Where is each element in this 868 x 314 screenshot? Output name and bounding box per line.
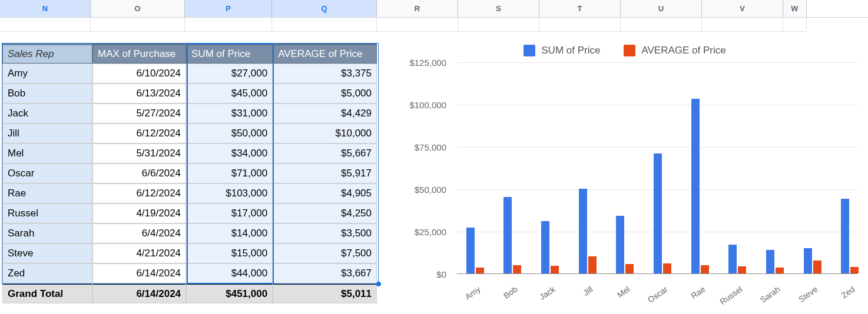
- pivot-value[interactable]: $50,000: [186, 123, 273, 143]
- x-axis-labels: AmyBobJackJillMelOscarRaeRusselSarahStev…: [457, 275, 857, 305]
- y-tick-label: $0: [436, 269, 446, 279]
- pivot-value[interactable]: $3,667: [273, 263, 377, 283]
- y-tick-label: $100,000: [409, 100, 446, 110]
- x-tick-label: Russel: [718, 284, 744, 306]
- bar: [579, 189, 587, 273]
- chart[interactable]: SUM of PriceAVERAGE of Price $0$25,000$5…: [386, 33, 863, 309]
- cell[interactable]: [91, 18, 185, 32]
- y-tick-label: $25,000: [415, 227, 446, 237]
- legend-label: AVERAGE of Price: [641, 45, 725, 56]
- x-tick-label: Jack: [538, 284, 557, 302]
- pivot-value[interactable]: $44,000: [186, 263, 273, 283]
- y-axis: $0$25,000$50,000$75,000$100,000$125,000: [404, 62, 451, 274]
- cell[interactable]: [621, 18, 702, 32]
- pivot-value[interactable]: $34,000: [186, 143, 273, 163]
- column-header-W[interactable]: W: [783, 0, 807, 17]
- pivot-row-label[interactable]: Jill: [2, 123, 92, 143]
- bar: [813, 260, 821, 273]
- pivot-value[interactable]: $7,500: [273, 243, 377, 263]
- pivot-value[interactable]: 6/12/2024: [92, 123, 186, 143]
- pivot-row-label[interactable]: Jack: [2, 103, 92, 123]
- pivot-value[interactable]: $14,000: [186, 223, 273, 243]
- pivot-value[interactable]: $103,000: [186, 183, 273, 203]
- cell[interactable]: [539, 18, 621, 32]
- pivot-value[interactable]: $45,000: [186, 83, 273, 103]
- pivot-total[interactable]: 6/14/2024: [92, 283, 186, 303]
- pivot-value[interactable]: $3,375: [273, 64, 377, 83]
- pivot-header[interactable]: AVERAGE of Price: [273, 44, 377, 64]
- pivot-value[interactable]: $15,000: [186, 243, 273, 263]
- x-tick-label: Oscar: [646, 284, 670, 305]
- x-tick-label: Bob: [502, 284, 519, 300]
- column-header-U[interactable]: U: [621, 0, 702, 17]
- column-header-N[interactable]: N: [0, 0, 91, 17]
- cell[interactable]: [272, 18, 377, 32]
- cell[interactable]: [377, 18, 458, 32]
- pivot-value[interactable]: 6/14/2024: [92, 263, 186, 283]
- pivot-value[interactable]: $4,250: [273, 203, 377, 223]
- column-header-S[interactable]: S: [458, 0, 539, 17]
- bar: [738, 266, 746, 273]
- bar: [503, 197, 512, 273]
- column-header-P[interactable]: P: [185, 0, 272, 17]
- pivot-value[interactable]: $5,917: [273, 163, 377, 183]
- pivot-row-label[interactable]: Sarah: [2, 223, 92, 243]
- x-tick-label: Jill: [581, 284, 595, 297]
- column-header-row: NOPQRSTUVW: [0, 0, 868, 18]
- selection-handle[interactable]: [376, 282, 381, 286]
- pivot-row-label[interactable]: Oscar: [2, 163, 92, 183]
- bar: [541, 221, 549, 273]
- pivot-row-label[interactable]: Amy: [2, 64, 92, 83]
- pivot-row-label[interactable]: Steve: [2, 243, 92, 263]
- legend-swatch: [624, 45, 635, 56]
- column-header-O[interactable]: O: [91, 0, 185, 17]
- cell[interactable]: [783, 18, 807, 32]
- cell[interactable]: [185, 18, 272, 32]
- pivot-value[interactable]: $27,000: [186, 64, 273, 83]
- chart-plot: $0$25,000$50,000$75,000$100,000$125,000 …: [404, 62, 863, 286]
- column-header-R[interactable]: R: [377, 0, 458, 17]
- column-header-Q[interactable]: Q: [272, 0, 377, 17]
- pivot-value[interactable]: $31,000: [186, 103, 273, 123]
- cell[interactable]: [702, 18, 783, 32]
- pivot-value[interactable]: 6/12/2024: [92, 183, 186, 203]
- pivot-header-rowlabel[interactable]: Sales Rep: [2, 44, 92, 64]
- x-tick-label: Rae: [689, 284, 707, 300]
- pivot-value[interactable]: $5,000: [273, 83, 377, 103]
- pivot-table: Sales RepMAX of PurchaseSUM of PriceAVER…: [2, 44, 377, 303]
- pivot-value[interactable]: 4/21/2024: [92, 243, 186, 263]
- bar: [850, 267, 859, 273]
- pivot-value[interactable]: $4,905: [273, 183, 377, 203]
- pivot-row-label[interactable]: Mel: [2, 143, 92, 163]
- pivot-value[interactable]: 6/10/2024: [92, 64, 186, 83]
- pivot-value[interactable]: $5,667: [273, 143, 377, 163]
- pivot-total[interactable]: $5,011: [273, 283, 377, 303]
- x-tick-label: Sarah: [758, 284, 782, 305]
- pivot-value[interactable]: $17,000: [186, 203, 273, 223]
- pivot-header[interactable]: MAX of Purchase: [92, 44, 186, 64]
- pivot-value[interactable]: 5/27/2024: [92, 103, 186, 123]
- pivot-row-label[interactable]: Zed: [2, 263, 92, 283]
- pivot-row-label[interactable]: Bob: [2, 83, 92, 103]
- pivot-value[interactable]: 6/13/2024: [92, 83, 186, 103]
- pivot-total[interactable]: $451,000: [186, 283, 273, 303]
- pivot-value[interactable]: $10,000: [273, 123, 377, 143]
- column-header-T[interactable]: T: [539, 0, 621, 17]
- pivot-total[interactable]: Grand Total: [2, 283, 92, 303]
- chart-legend: SUM of PriceAVERAGE of Price: [386, 33, 863, 62]
- cell[interactable]: [458, 18, 539, 32]
- column-header-V[interactable]: V: [702, 0, 783, 17]
- pivot-value[interactable]: 4/19/2024: [92, 203, 186, 223]
- pivot-value[interactable]: $71,000: [186, 163, 273, 183]
- pivot-value[interactable]: $4,429: [273, 103, 377, 123]
- pivot-value[interactable]: $3,500: [273, 223, 377, 243]
- pivot-row-label[interactable]: Rae: [2, 183, 92, 203]
- bar: [663, 263, 671, 273]
- pivot-value[interactable]: 5/31/2024: [92, 143, 186, 163]
- y-tick-label: $50,000: [415, 185, 446, 195]
- pivot-header[interactable]: SUM of Price: [186, 44, 273, 64]
- pivot-value[interactable]: 6/4/2024: [92, 223, 186, 243]
- cell[interactable]: [0, 18, 91, 32]
- pivot-row-label[interactable]: Russel: [2, 203, 92, 223]
- pivot-value[interactable]: 6/6/2024: [92, 163, 186, 183]
